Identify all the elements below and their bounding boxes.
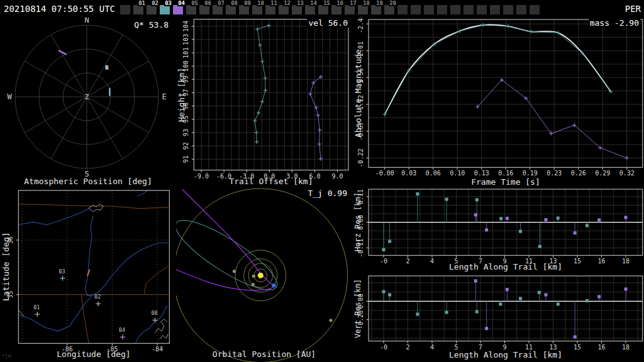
station-square	[503, 5, 513, 14]
station-label: 04	[177, 0, 186, 6]
station-label: 10	[257, 0, 265, 6]
station-square	[213, 5, 223, 14]
station-cell[interactable]: 11	[265, 0, 279, 18]
station-cell[interactable]: 01	[133, 0, 147, 18]
station-label: 05	[191, 0, 199, 6]
topbar: 20210814 07:50:55 UTC 010203040506070809…	[0, 0, 644, 18]
station-label: 11	[270, 0, 278, 6]
station-label: 20	[389, 0, 397, 6]
station-square	[397, 5, 408, 14]
svg-text:01: 01	[33, 304, 40, 310]
tisserand-value: T_j 0.99	[306, 189, 348, 198]
station-cell[interactable]: 06	[199, 0, 213, 18]
svg-text:0.29: 0.29	[595, 170, 610, 177]
svg-text:0.23: 0.23	[547, 170, 562, 177]
velocity-value: vel 56.0	[307, 18, 349, 28]
station-cell[interactable]	[516, 0, 530, 18]
svg-text:0.32: 0.32	[619, 170, 635, 177]
svg-text:0.19: 0.19	[523, 170, 538, 177]
station-cell[interactable]	[464, 0, 477, 18]
shower-code: PER	[625, 4, 641, 14]
station-cell[interactable]: 15	[318, 0, 331, 18]
station-cell[interactable]	[397, 0, 411, 18]
map-station-03: 03	[58, 268, 65, 281]
station-cell[interactable]	[450, 0, 464, 18]
station-label: 02	[151, 0, 159, 6]
station-cell[interactable]: 05	[186, 0, 199, 18]
station-cell[interactable]: 20	[384, 0, 397, 18]
station-cell[interactable]: 12	[279, 0, 292, 18]
station-cell[interactable]: 17	[345, 0, 358, 18]
station-cell[interactable]: 13	[292, 0, 305, 18]
fit-curve	[385, 25, 611, 114]
station-cell[interactable]	[437, 0, 450, 18]
coastline	[155, 319, 167, 333]
station-label: 14	[309, 0, 318, 6]
svg-text:0.13: 0.13	[474, 170, 489, 177]
station-cell[interactable]: 02	[147, 0, 160, 18]
station-label: 13	[296, 0, 304, 6]
station-label: 16	[336, 0, 344, 6]
station-cell[interactable]: 10	[252, 0, 265, 18]
venus-dot	[252, 283, 255, 286]
atmospheric-title: Atmospheric Position [deg]	[0, 177, 176, 186]
station-square	[437, 5, 447, 14]
station-cell[interactable]	[503, 0, 516, 18]
river	[18, 207, 90, 225]
svg-text:0.10: 0.10	[450, 170, 465, 177]
station-square	[133, 5, 143, 14]
station-square	[464, 5, 474, 14]
qstar-value: Q* 53.8	[133, 20, 170, 30]
station-square	[147, 5, 157, 14]
station-square	[530, 5, 540, 14]
state-border	[82, 295, 89, 343]
zenith-label: Z	[85, 93, 89, 101]
station-cell[interactable]: 08	[226, 0, 239, 18]
station-cell[interactable]	[490, 0, 503, 18]
coastline	[89, 204, 103, 212]
state-border	[18, 204, 169, 209]
panel-atmospheric-position: RNESWZ Q* 53.8 Atmospheric Position [deg…	[0, 18, 176, 187]
svg-text:-0.00: -0.00	[375, 170, 394, 177]
station-square	[186, 5, 196, 14]
station-cell[interactable]	[530, 0, 543, 18]
station-square	[226, 5, 236, 14]
station-cell[interactable]: 03	[160, 0, 173, 18]
station-cell[interactable]	[477, 0, 490, 18]
station-square	[345, 5, 355, 14]
trail-offset-plot: -9.0-6.0-3.00.03.06.09.01041031011009997…	[176, 18, 352, 187]
station-square	[173, 5, 183, 14]
trail-ylabel: Height [km]	[177, 19, 186, 170]
station-label: 18	[362, 0, 370, 6]
river	[137, 190, 148, 197]
station-cell[interactable]: 07	[213, 0, 226, 18]
station-cell[interactable]: 19	[371, 0, 384, 18]
station-strip: 0102030405060708091011121314151617181920	[120, 0, 543, 18]
radiant-marker: R	[105, 65, 109, 71]
station-cell[interactable]	[424, 0, 437, 18]
station-cell[interactable]: 09	[239, 0, 252, 18]
station-square	[371, 5, 381, 14]
station-square	[477, 5, 487, 14]
sun-icon	[258, 273, 264, 278]
station-square	[199, 5, 209, 14]
station-cell[interactable]	[411, 0, 424, 18]
station-cell[interactable]: 04	[173, 0, 186, 18]
orbit-plot	[176, 187, 352, 362]
station-label: 06	[204, 0, 212, 6]
earth-dot	[272, 283, 275, 287]
river	[18, 295, 92, 331]
station-cell[interactable]	[120, 0, 133, 18]
station-cell[interactable]: 16	[331, 0, 345, 18]
svg-text:0.16: 0.16	[498, 170, 513, 177]
svg-text:0.06: 0.06	[426, 170, 441, 177]
mars-dot	[233, 270, 236, 273]
station-cell[interactable]: 18	[358, 0, 371, 18]
panel-orbit: T_j 0.99 Orbital Position [AU]	[176, 187, 352, 362]
station-square	[160, 5, 170, 14]
mass-value: mass -2.90	[589, 18, 640, 28]
station-square	[424, 5, 434, 14]
vert-res-plot: -02457911131516180.00-0.26	[352, 274, 644, 362]
station-cell[interactable]: 14	[305, 0, 318, 18]
svg-text:0.26: 0.26	[571, 170, 586, 177]
